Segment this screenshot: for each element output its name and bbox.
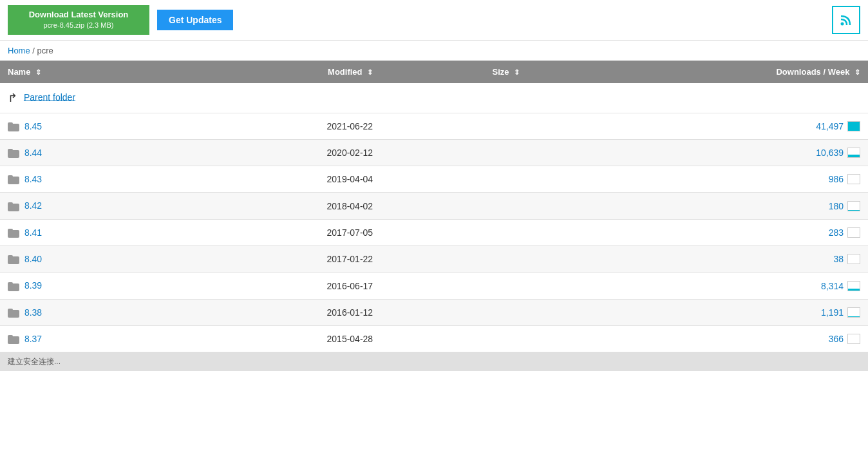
file-link[interactable]: 8.44 bbox=[24, 148, 42, 158]
modified-cell: 2018-04-02 bbox=[170, 193, 381, 219]
table-row: 8.37 2015-04-28 366 bbox=[0, 325, 868, 352]
breadcrumb-current: pcre bbox=[37, 46, 53, 55]
downloads-bar bbox=[847, 254, 860, 264]
download-file: pcre-8.45.zip (2.3 MB) bbox=[44, 21, 114, 30]
file-link[interactable]: 8.45 bbox=[24, 121, 42, 131]
downloads-cell: 10,639 bbox=[527, 139, 868, 166]
folder-icon bbox=[8, 149, 19, 158]
downloads-bar bbox=[847, 121, 860, 131]
downloads-bar bbox=[847, 201, 860, 211]
table-row: 8.38 2016-01-12 1,191 bbox=[0, 299, 868, 325]
file-name-cell: 8.42 bbox=[0, 193, 170, 219]
size-cell bbox=[381, 166, 527, 193]
download-label: Download Latest Version bbox=[29, 9, 129, 21]
file-name-cell: 8.43 bbox=[0, 166, 170, 193]
modified-cell: 2021-06-22 bbox=[170, 113, 381, 139]
folder-icon bbox=[8, 175, 19, 184]
downloads-number: 41,497 bbox=[811, 121, 844, 131]
sort-arrows-modified: ⇕ bbox=[367, 68, 373, 77]
top-bar: Download Latest Version pcre-8.45.zip (2… bbox=[0, 0, 868, 41]
sort-arrows-size: ⇕ bbox=[514, 68, 520, 77]
get-updates-button[interactable]: Get Updates bbox=[157, 10, 233, 30]
file-name-cell: 8.39 bbox=[0, 273, 170, 299]
rss-icon bbox=[839, 13, 853, 27]
table-row: 8.39 2016-06-17 8,314 bbox=[0, 273, 868, 299]
file-link[interactable]: 8.38 bbox=[24, 307, 42, 318]
downloads-number: 366 bbox=[811, 334, 844, 344]
rss-button[interactable] bbox=[832, 6, 860, 34]
bar-fill bbox=[848, 122, 860, 131]
table-row: 8.41 2017-07-05 283 bbox=[0, 219, 868, 245]
file-link[interactable]: 8.41 bbox=[24, 227, 42, 238]
file-table: Name ⇕ Modified ⇕ Size ⇕ Downloads / Wee… bbox=[0, 61, 868, 353]
col-downloads[interactable]: Downloads / Week ⇕ bbox=[527, 61, 868, 83]
folder-icon bbox=[8, 255, 19, 264]
modified-cell: 2017-01-22 bbox=[170, 246, 381, 273]
size-cell bbox=[381, 139, 527, 166]
size-cell bbox=[381, 325, 527, 352]
downloads-bar bbox=[847, 227, 860, 238]
downloads-bar bbox=[847, 148, 860, 158]
col-name[interactable]: Name ⇕ bbox=[0, 61, 170, 83]
downloads-number: 8,314 bbox=[811, 281, 844, 291]
downloads-cell: 38 bbox=[527, 246, 868, 273]
downloads-cell: 283 bbox=[527, 219, 868, 245]
bar-fill bbox=[848, 289, 860, 291]
table-header-row: Name ⇕ Modified ⇕ Size ⇕ Downloads / Wee… bbox=[0, 61, 868, 83]
downloads-bar bbox=[847, 307, 860, 318]
downloads-number: 180 bbox=[811, 201, 844, 211]
file-link[interactable]: 8.40 bbox=[24, 254, 42, 264]
file-name-cell: 8.45 bbox=[0, 113, 170, 139]
downloads-number: 10,639 bbox=[811, 148, 844, 158]
file-name-cell: 8.37 bbox=[0, 325, 170, 352]
size-cell bbox=[381, 246, 527, 273]
folder-icon bbox=[8, 282, 19, 291]
modified-cell: 2015-04-28 bbox=[170, 325, 381, 352]
modified-cell: 2017-07-05 bbox=[170, 219, 381, 245]
size-cell bbox=[381, 193, 527, 219]
download-latest-button[interactable]: Download Latest Version pcre-8.45.zip (2… bbox=[8, 5, 149, 35]
folder-icon bbox=[8, 229, 19, 238]
modified-cell: 2016-06-17 bbox=[170, 273, 381, 299]
parent-folder-cell: ↱ Parent folder bbox=[0, 83, 868, 113]
downloads-number: 1,191 bbox=[811, 307, 844, 318]
folder-icon bbox=[8, 202, 19, 211]
table-row: 8.43 2019-04-04 986 bbox=[0, 166, 868, 193]
parent-folder-row: ↱ Parent folder bbox=[0, 83, 868, 113]
downloads-cell: 986 bbox=[527, 166, 868, 193]
breadcrumb-home[interactable]: Home bbox=[8, 46, 30, 55]
downloads-cell: 1,191 bbox=[527, 299, 868, 325]
table-row: 8.40 2017-01-22 38 bbox=[0, 246, 868, 273]
col-size[interactable]: Size ⇕ bbox=[381, 61, 527, 83]
col-modified[interactable]: Modified ⇕ bbox=[170, 61, 381, 83]
file-link[interactable]: 8.42 bbox=[24, 200, 42, 211]
parent-folder-link[interactable]: Parent folder bbox=[24, 91, 75, 102]
sort-arrows-name: ⇕ bbox=[35, 68, 41, 77]
size-cell bbox=[381, 113, 527, 139]
file-link[interactable]: 8.43 bbox=[24, 174, 42, 184]
modified-cell: 2020-02-12 bbox=[170, 139, 381, 166]
downloads-number: 283 bbox=[811, 227, 844, 238]
modified-cell: 2016-01-12 bbox=[170, 299, 381, 325]
bottom-bar: 建立安全连接... bbox=[0, 352, 868, 371]
bar-fill bbox=[848, 155, 860, 157]
downloads-cell: 41,497 bbox=[527, 113, 868, 139]
modified-cell: 2019-04-04 bbox=[170, 166, 381, 193]
file-name-cell: 8.44 bbox=[0, 139, 170, 166]
size-cell bbox=[381, 273, 527, 299]
file-link[interactable]: 8.37 bbox=[24, 334, 42, 344]
breadcrumb: Home / pcre bbox=[0, 41, 868, 61]
file-name-cell: 8.40 bbox=[0, 246, 170, 273]
file-link[interactable]: 8.39 bbox=[24, 280, 42, 291]
downloads-cell: 366 bbox=[527, 325, 868, 352]
downloads-cell: 180 bbox=[527, 193, 868, 219]
svg-point-0 bbox=[841, 22, 844, 25]
size-cell bbox=[381, 299, 527, 325]
table-row: 8.42 2018-04-02 180 bbox=[0, 193, 868, 219]
downloads-bar bbox=[847, 334, 860, 344]
downloads-number: 38 bbox=[811, 254, 844, 264]
sort-arrows-downloads: ⇕ bbox=[854, 68, 860, 77]
size-cell bbox=[381, 219, 527, 245]
table-row: 8.44 2020-02-12 10,639 bbox=[0, 139, 868, 166]
downloads-cell: 8,314 bbox=[527, 273, 868, 299]
